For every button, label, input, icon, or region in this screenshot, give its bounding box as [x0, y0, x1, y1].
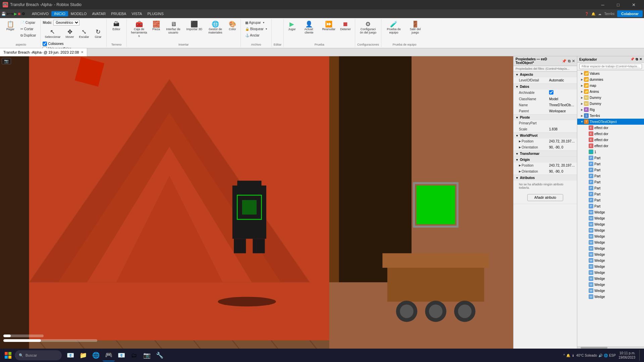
tree-item-wedge3[interactable]: W Wedge [577, 221, 644, 227]
tree-item-wedge12[interactable]: W Wedge [577, 276, 644, 282]
taskbar-icon-photo[interactable]: 📷 [141, 349, 153, 361]
tree-item-wedge14[interactable]: W Wedge [577, 288, 644, 294]
tray-bell[interactable]: 🔔 [566, 354, 570, 357]
taskbar-icon-files[interactable]: 🗂 [128, 349, 140, 361]
qa-redo[interactable]: ↪ [10, 12, 13, 16]
tree-item-effectdoor2[interactable]: E effect dor [577, 131, 644, 137]
maximize-button[interactable]: □ [610, 0, 626, 9]
tree-item-part5[interactable]: P Part [577, 179, 644, 185]
tree-item-wedge13[interactable]: W Wedge [577, 282, 644, 288]
tree-item-values[interactable]: ▶ 📁 Values [577, 70, 644, 76]
tree-item-wedge2[interactable]: W Wedge [577, 215, 644, 221]
qa-undo[interactable]: ↩ [7, 12, 10, 16]
section-atributos-header[interactable]: ▼ Atributos [514, 175, 577, 181]
tree-item-effectdoor1[interactable]: E effect dor [577, 125, 644, 131]
menu-avatar[interactable]: AVATAR [89, 11, 108, 16]
menu-prueba[interactable]: PRUEBA [108, 11, 129, 16]
tree-item-num1[interactable]: 🌐 1 [577, 149, 644, 155]
colisiones-checkbox[interactable]: Colisiones [43, 42, 71, 46]
tree-item-wedge5[interactable]: W Wedge [577, 233, 644, 239]
cloud-icon[interactable]: ☁ [598, 12, 601, 16]
name-prop-value[interactable]: ThreeDTextObject [549, 103, 575, 107]
taskbar-icon-roblox[interactable]: 🎮 [103, 349, 115, 361]
network-icon[interactable]: 🌐 [604, 354, 608, 357]
tree-item-dummy1[interactable]: ▶ M Dummy [577, 95, 644, 101]
qa-settings[interactable]: ⚙ [22, 12, 25, 16]
interfaz-button[interactable]: 🖥 Interfaz de usuario [163, 20, 184, 36]
menu-inicio[interactable]: INICIO [51, 11, 68, 16]
menu-archivo[interactable]: ARCHIVO [29, 11, 51, 16]
tab-close-button[interactable]: ✕ [81, 50, 84, 54]
section-worldpivot-header[interactable]: ▼ WorldPivot [514, 133, 577, 138]
color-button[interactable]: 🎨 Color [226, 20, 238, 33]
tree-item-part2[interactable]: P Part [577, 161, 644, 167]
pieza-button[interactable]: 🧱 Pieza [150, 20, 162, 33]
cortar-button[interactable]: ✂ Cortar [18, 26, 38, 32]
viewport[interactable]: 📷 [0, 56, 513, 349]
section-pivote-header[interactable]: ▼ Pivote [514, 115, 577, 120]
tree-item-threedtextobj[interactable]: ▼ T ThreeDTextObject [577, 119, 644, 125]
show-desktop-button[interactable] [639, 350, 641, 361]
anclar-button[interactable]: ⚓ Anclar [243, 33, 262, 38]
tree-item-part3[interactable]: P Part [577, 167, 644, 173]
bloquear-button[interactable]: 🔒 Bloquear ▾ [243, 26, 269, 32]
explorer-popout-button[interactable]: ⧉ [636, 57, 638, 61]
reanudar-button[interactable]: ⏩ Reanudar [320, 20, 337, 33]
origin-position-value[interactable]: 243.72, 20.197, -53... [549, 164, 575, 167]
detener-button[interactable]: ⏹ Detener [338, 20, 353, 33]
tree-item-part6[interactable]: P Part [577, 185, 644, 191]
editor-terreno-button[interactable]: 🏔 Editor [110, 20, 122, 33]
explorer-close-button[interactable]: ✕ [639, 57, 642, 61]
copiar-button[interactable]: 📄 Copiar [18, 20, 38, 25]
actual-cliente-button[interactable]: 👤 Actual: cliente [299, 20, 319, 36]
editor-tab-main[interactable]: Transfur Breach -Alpha- @ 19 jun. 2023 2… [0, 48, 87, 56]
close-button[interactable]: ✕ [626, 0, 641, 9]
gestor-button[interactable]: 🌐 Gestor de materiales [205, 20, 226, 36]
section-aspecto-header[interactable]: ▼ Aspecto [514, 72, 577, 77]
scale-value[interactable]: 1.838 [549, 127, 575, 131]
wp-position-value[interactable]: 243.72, 20.197, -53... [549, 139, 575, 143]
tree-item-wedge4[interactable]: W Wedge [577, 227, 644, 233]
tray-chevron[interactable]: ^ [563, 354, 565, 357]
tree-item-dummy2[interactable]: ▶ M Dummy [577, 101, 644, 107]
pegar-button[interactable]: 📋 Pegar [3, 20, 17, 33]
mover-button[interactable]: ✥ Mover [64, 27, 76, 40]
system-clock[interactable]: 10:11 p.m. 19/06/2023 [619, 351, 635, 360]
seleccionar-button[interactable]: ↖ Seleccionar [43, 27, 62, 40]
parent-value[interactable]: Workspace [549, 109, 575, 113]
section-datos-header[interactable]: ▼ Datos [514, 84, 577, 89]
tree-item-part4[interactable]: P Part [577, 173, 644, 179]
menu-modelo[interactable]: MODELO [68, 11, 90, 16]
start-button[interactable] [3, 350, 13, 361]
tree-item-wedge1[interactable]: W Wedge [577, 209, 644, 215]
caja-button[interactable]: 🧰 Caja de herramientas [129, 20, 150, 39]
tree-item-part7[interactable]: P Part [577, 191, 644, 197]
prop-popout-button[interactable]: ⧉ [568, 59, 571, 63]
tree-item-wedge6[interactable]: W Wedge [577, 239, 644, 245]
tree-item-wedge8[interactable]: W Wedge [577, 251, 644, 257]
tree-item-effectdoor3[interactable]: E effect dor [577, 137, 644, 143]
explorer-search-input[interactable] [579, 64, 642, 69]
config-juego-button[interactable]: ⚙ Configuración del juego [358, 20, 378, 36]
tree-item-effectdoor4[interactable]: E effect dor [577, 143, 644, 149]
escalar-button[interactable]: ⤡ Escalar [77, 27, 91, 40]
add-attribute-button[interactable]: Añadir atributo [527, 194, 563, 201]
taskbar-icon-settings[interactable]: 📧 [115, 349, 127, 361]
tree-item-wedge10[interactable]: W Wedge [577, 263, 644, 269]
collaborate-button[interactable]: Colaborar [617, 10, 643, 17]
tree-item-wedge9[interactable]: W Wedge [577, 257, 644, 263]
taskbar-icon-tools[interactable]: 🔧 [154, 349, 166, 361]
tree-item-part9[interactable]: P Part [577, 203, 644, 209]
section-origin-header[interactable]: ▼ Origin [514, 157, 577, 163]
tree-item-wedge15[interactable]: W Wedge [577, 294, 644, 300]
girar-button[interactable]: ↻ Girar [92, 27, 104, 40]
tree-item-map[interactable]: ▶ 📁 map [577, 82, 644, 88]
prop-close-button[interactable]: ✕ [572, 59, 575, 63]
agrupar-button[interactable]: ▦ Agrupar ▾ [243, 20, 267, 25]
tree-item-wedge7[interactable]: W Wedge [577, 245, 644, 251]
tree-item-rig[interactable]: ▶ R Rig [577, 107, 644, 113]
levelofdetail-value[interactable]: Automatic [549, 78, 575, 82]
explorer-pin-button[interactable]: 📌 [630, 57, 634, 61]
prueba-equipo-button[interactable]: 🧪 Prueba de equipo [383, 20, 404, 36]
origin-orientation-value[interactable]: 90, -90, 0 [549, 170, 575, 173]
